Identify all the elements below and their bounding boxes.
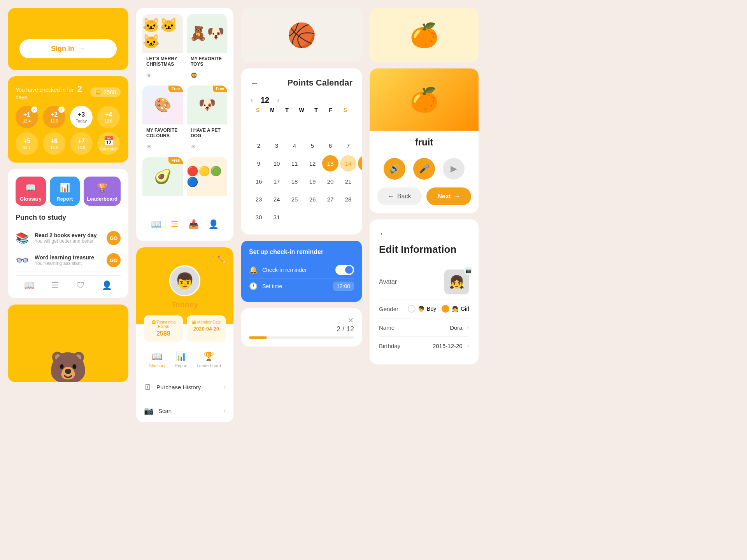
cal-day-27[interactable]: 27	[322, 191, 338, 207]
cal-day-7[interactable]: 7	[340, 137, 356, 154]
checkin-day-1[interactable]: ✓ +1 12.4	[16, 106, 38, 128]
profile-nav-leaderboard[interactable]: 🏆 Leaderboard	[197, 352, 221, 368]
nav-item-person[interactable]: 👤	[208, 219, 219, 229]
cal-day-23[interactable]: 23	[251, 191, 267, 207]
next-arrow-icon: →	[454, 193, 460, 200]
report-icon: 📊	[60, 183, 70, 193]
content-bottom-nav: 📖 ☰ 📥 👤	[142, 214, 227, 235]
checkin-days: 2	[77, 84, 82, 94]
checkin-day-today[interactable]: +3 Today	[70, 106, 93, 128]
calendar-back-button[interactable]: ←	[251, 79, 258, 88]
gender-girl-option[interactable]: 👧 Girl	[442, 305, 469, 313]
cal-day-16[interactable]: 16	[251, 173, 267, 189]
nav-menu-icon[interactable]: ☰	[51, 280, 59, 290]
audio-play-button[interactable]: ▶	[443, 158, 465, 180]
calendar-prev-button[interactable]: ‹	[251, 96, 253, 104]
cal-day-24[interactable]: 24	[268, 191, 285, 207]
cal-day-8[interactable]: 8	[358, 137, 362, 154]
glossary-icon: 📖	[25, 183, 36, 193]
cal-day-4[interactable]: 4	[286, 137, 303, 154]
leaderboard-button[interactable]: 🏆 Leaderboard	[84, 177, 121, 206]
cal-day-2[interactable]: 2	[251, 137, 267, 154]
cal-day-6[interactable]: 6	[322, 137, 338, 154]
cal-day-5[interactable]: 5	[304, 137, 321, 154]
nav-shield-icon[interactable]: 🛡	[76, 280, 85, 290]
cal-day-12[interactable]: 12	[304, 155, 321, 172]
nav-item-list[interactable]: ☰	[171, 219, 179, 229]
boy-radio[interactable]	[408, 305, 416, 313]
profile-nav-glossary[interactable]: 📖 Glossary	[149, 352, 165, 368]
cal-day-21[interactable]: 21	[340, 173, 356, 189]
checkin-day-5: +5 12.7	[16, 132, 38, 155]
profile-avatar: 👦	[169, 265, 200, 296]
gender-boy-option[interactable]: 👦 Boy	[408, 305, 436, 313]
points-badge: 🪙 2588	[90, 88, 121, 97]
menu-item-scan[interactable]: 📷 Scan ›	[136, 399, 233, 422]
checkin-day-2[interactable]: ✓ +2 12.5	[43, 106, 65, 128]
content-card-toys[interactable]: 🧸🐶 MY FAVORITETOYS 🦁	[187, 14, 227, 82]
cal-day-19[interactable]: 19	[304, 173, 321, 189]
nav-book-icon[interactable]: 📖	[24, 280, 35, 290]
points-icon: 🪙	[151, 320, 156, 324]
cal-day-29[interactable]: 29	[358, 191, 362, 207]
content-card-avocado[interactable]: Free 🥑	[142, 157, 183, 210]
cal-day-26[interactable]: 26	[304, 191, 321, 207]
edit-avatar[interactable]: 👧 📷	[444, 270, 469, 294]
calendar-next-button[interactable]: ›	[277, 96, 279, 104]
back-button[interactable]: ← Back	[377, 187, 422, 205]
edit-title: Edit Information	[379, 243, 469, 256]
nav-item-inbox[interactable]: 📥	[188, 219, 199, 229]
content-card-colors[interactable]: Free 🎨 MY FAVORITECOLOURS 👁	[142, 86, 183, 153]
cal-day-30[interactable]: 30	[251, 209, 267, 225]
content-grid: 🐱🐱🐱 LET'S MERRYCHRISTMAS 👁 🧸🐶 MY FAVORIT…	[142, 14, 227, 210]
cal-day-1[interactable]: 1	[358, 119, 362, 136]
report-button[interactable]: 📊 Report	[50, 177, 80, 206]
go-button-books[interactable]: GO	[107, 231, 121, 245]
orange-image-card: 🍊	[370, 8, 479, 62]
cal-day-25[interactable]: 25	[286, 191, 303, 207]
profile-top: ✏️ 👦 Tenney 🪙 Remaining Points 2588 👑 Me…	[136, 247, 233, 376]
camera-icon: 📷	[464, 266, 472, 275]
content-card-balls[interactable]: 🔴🟡🟢🔵	[187, 157, 227, 210]
cal-day-15[interactable]: 15	[358, 155, 362, 172]
go-button-word[interactable]: GO	[107, 253, 121, 267]
cal-day-22[interactable]: 22	[358, 173, 362, 189]
content-card-christmas[interactable]: 🐱🐱🐱 LET'S MERRYCHRISTMAS 👁	[142, 14, 183, 82]
next-button[interactable]: Next →	[426, 187, 471, 205]
time-badge[interactable]: 12:00	[333, 282, 354, 291]
checkin-toggle[interactable]	[335, 265, 354, 275]
cal-day-10[interactable]: 10	[268, 155, 285, 172]
content-card-dog[interactable]: Free 🐶 I HAVE A PETDOG 👁	[187, 86, 227, 153]
menu-item-purchase[interactable]: 🗓 Purchase History ›	[136, 376, 233, 399]
cal-day-13[interactable]: 13	[322, 155, 338, 172]
cal-day-17[interactable]: 17	[268, 173, 285, 189]
cal-day-31[interactable]: 31	[268, 209, 285, 225]
edit-gender-row: Gender 👦 Boy 👧 Girl	[379, 299, 469, 318]
cal-day-9[interactable]: 9	[251, 155, 267, 172]
audio-mic-button[interactable]: 🎤	[413, 158, 435, 180]
toys-img: 🧸🐶	[187, 14, 227, 53]
cal-day-11[interactable]: 11	[286, 155, 303, 172]
name-value: Dora	[450, 324, 463, 331]
calendar-title: Points Calendar	[288, 78, 352, 88]
nav-person-icon[interactable]: 👤	[102, 280, 112, 290]
cal-day-20[interactable]: 20	[322, 173, 338, 189]
glossary-button[interactable]: 📖 Glossary	[16, 177, 46, 206]
signin-button[interactable]: Sign in →	[19, 39, 117, 58]
girl-radio[interactable]	[442, 305, 449, 313]
cal-day-18[interactable]: 18	[286, 173, 303, 189]
cal-day-28[interactable]: 28	[340, 191, 356, 207]
profile-edit-icon[interactable]: ✏️	[217, 256, 226, 263]
progress-bar-container	[249, 336, 354, 339]
nav-item-book[interactable]: 📖	[151, 219, 161, 229]
profile-report-icon: 📊	[176, 352, 186, 362]
audio-speaker-button[interactable]: 🔊	[384, 158, 405, 180]
birthday-label: Birthday	[379, 343, 428, 349]
profile-nav-report[interactable]: 📊 Report	[175, 352, 188, 368]
signin-card: Sign in →	[8, 8, 128, 70]
edit-back-button[interactable]: ←	[379, 229, 388, 239]
checkin-calendar-icon[interactable]: 📅 Calendar	[97, 132, 120, 155]
cal-day-3[interactable]: 3	[268, 137, 285, 154]
cal-day-14[interactable]: 14	[340, 155, 356, 172]
progress-close-button[interactable]: ✕	[347, 316, 354, 325]
